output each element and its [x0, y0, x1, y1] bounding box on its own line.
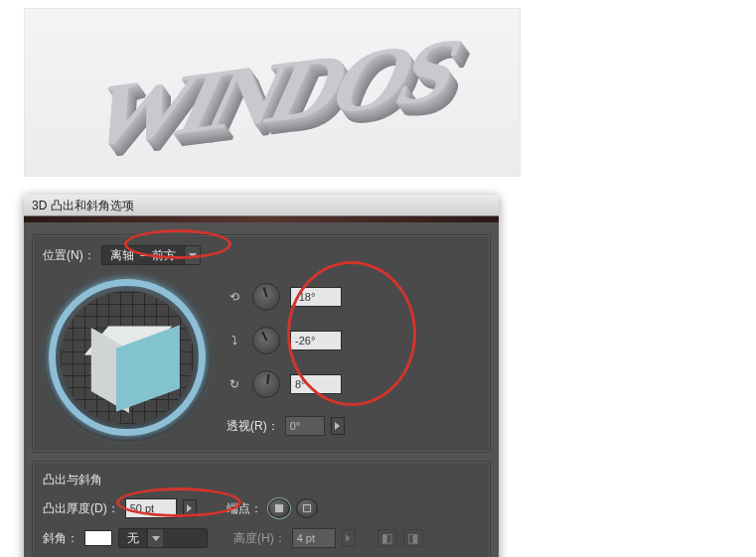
- rotate-x-icon: ⟲: [227, 289, 242, 305]
- extrude-bevel-title: 凸出与斜角: [43, 472, 480, 488]
- cap-on-button[interactable]: [268, 498, 290, 518]
- cap-off-button[interactable]: [296, 498, 318, 518]
- text-3d-preview: WINDOS: [24, 8, 521, 177]
- dialog-3d-extrude-bevel: 3D 凸出和斜角选项 位置(N)： 离轴 － 前方: [24, 195, 499, 557]
- rotation-controls: ⟲ -18° ⤵ -26° ↻ 8° 透视(: [227, 273, 480, 442]
- dialog-title: 3D 凸出和斜角选项: [24, 195, 499, 216]
- rotation-x-field[interactable]: -18°: [290, 287, 342, 307]
- chevron-down-icon: [184, 246, 200, 264]
- extrude-depth-field[interactable]: 50 pt: [125, 498, 177, 518]
- rotate-y-icon: ⤵: [227, 333, 242, 348]
- bevel-dropdown[interactable]: 无: [118, 528, 208, 548]
- bevel-swatch-icon: [84, 530, 112, 546]
- chevron-down-icon: [147, 529, 163, 547]
- group-position-rotation: 位置(N)： 离轴 － 前方: [32, 234, 491, 453]
- position-dropdown[interactable]: 离轴 － 前方: [101, 245, 202, 265]
- rotation-z-field[interactable]: 8°: [290, 374, 342, 394]
- rotate-z-icon: ↻: [227, 376, 242, 392]
- perspective-stepper[interactable]: [331, 417, 345, 435]
- extrude-depth-label: 凸出厚度(D)：: [43, 500, 119, 517]
- perspective-field[interactable]: 0°: [285, 416, 325, 436]
- bevel-extent-in-icon: ◧: [378, 529, 397, 547]
- bevel-extent-out-icon: ◨: [403, 529, 423, 547]
- cap-label: 端点：: [227, 500, 262, 517]
- dial-z[interactable]: [252, 370, 280, 398]
- rotation-y-field[interactable]: -26°: [290, 331, 342, 350]
- group-extrude-bevel: 凸出与斜角 凸出厚度(D)： 50 pt 端点： 斜角： 无 高度(H)：: [32, 461, 491, 557]
- position-label: 位置(N)：: [43, 247, 95, 264]
- dial-y[interactable]: [252, 327, 280, 354]
- rotation-trackball[interactable]: [43, 273, 217, 442]
- preview-3d-text: WINDOS: [72, 16, 473, 168]
- cube-preview-icon: [82, 309, 174, 400]
- extrude-depth-stepper[interactable]: [183, 499, 197, 517]
- perspective-label: 透视(R)：: [227, 418, 279, 435]
- position-dropdown-value: 离轴 － 前方: [102, 247, 185, 264]
- dial-x[interactable]: [252, 283, 280, 311]
- bevel-label: 斜角：: [43, 530, 78, 547]
- bevel-height-stepper: [342, 529, 356, 547]
- bevel-height-field[interactable]: 4 pt: [292, 528, 336, 548]
- bevel-height-label: 高度(H)：: [233, 530, 286, 547]
- bevel-dropdown-value: 无: [119, 530, 147, 547]
